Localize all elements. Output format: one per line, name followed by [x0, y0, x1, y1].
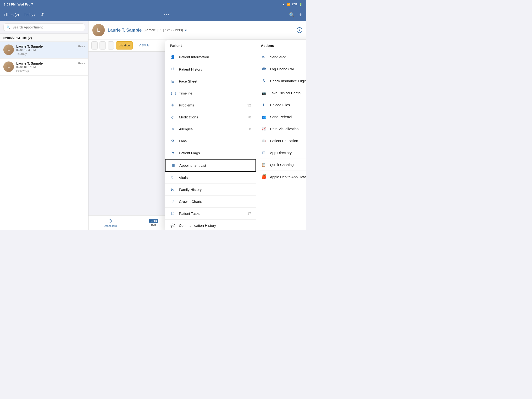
- menu-allergies[interactable]: Allergies 0: [165, 123, 256, 135]
- menu-patient-tasks[interactable]: Patient Tasks 17: [165, 208, 256, 220]
- patient-education-label: Patient Education: [270, 139, 306, 143]
- appt-badge-1: Exam: [78, 45, 85, 48]
- patient-history-label: Patient History: [179, 67, 251, 71]
- add-button[interactable]: +: [299, 12, 302, 18]
- patient-flags-label: Patient Flags: [179, 151, 251, 155]
- labs-label: Labs: [179, 139, 251, 143]
- apptlist-icon: [170, 163, 176, 168]
- menu-quick-charting[interactable]: Quick Charting: [256, 159, 306, 171]
- appointment-item-1[interactable]: L Laurie T. Sample Exam 02/06 12:30PM Th…: [0, 42, 88, 59]
- dot-2: [166, 14, 167, 15]
- menu-send-referral[interactable]: Send Referral: [256, 111, 306, 123]
- allergies-label: Allergies: [179, 127, 246, 131]
- search-input-wrap[interactable]: 🔍: [3, 23, 85, 31]
- menu-take-clinical-photo[interactable]: Take Clinical Photo: [256, 87, 306, 99]
- menu-appointment-list[interactable]: Appointment List: [165, 159, 256, 172]
- menu-labs[interactable]: Labs: [165, 135, 256, 147]
- battery: 97%: [291, 3, 297, 6]
- history-icon: [170, 66, 176, 72]
- menu-vitals[interactable]: Vitals: [165, 172, 256, 184]
- avatar-placeholder-1: L: [3, 44, 14, 55]
- allergies-icon: [170, 127, 176, 132]
- actions-col-header: Actions: [256, 40, 306, 51]
- nav-bar-center: [164, 14, 169, 15]
- vitals-label: Vitals: [179, 176, 251, 180]
- timeline-icon: [170, 91, 176, 96]
- menu-face-sheet[interactable]: Face Sheet: [165, 75, 256, 87]
- phone-icon: [261, 66, 267, 71]
- erx-icon: [261, 55, 267, 60]
- nav-dots: [164, 14, 169, 15]
- patient-column: Patient Information Patient History Face…: [165, 51, 256, 230]
- dropdown-menu: Patient Actions Patient Information Pati…: [165, 40, 306, 230]
- menu-growth-charts[interactable]: Growth Charts: [165, 196, 256, 208]
- send-referral-label: Send Referral: [270, 115, 306, 119]
- camera-icon: [261, 90, 267, 95]
- menu-patient-flags[interactable]: Patient Flags: [165, 147, 256, 159]
- menu-patient-history[interactable]: Patient History: [165, 63, 256, 75]
- wifi-icon: 📶: [287, 3, 290, 6]
- dataviz-icon: [261, 126, 267, 131]
- growth-icon: [170, 199, 176, 204]
- menu-upload-files[interactable]: Upload Files: [256, 99, 306, 111]
- menu-patient-education[interactable]: Patient Education: [256, 135, 306, 147]
- appt-name-1: Laurie T. Sample: [16, 44, 43, 48]
- appt-type-1: Therapy: [16, 52, 85, 56]
- take-clinical-photo-label: Take Clinical Photo: [270, 91, 306, 95]
- refresh-button[interactable]: ↺: [40, 12, 44, 18]
- menu-patient-information[interactable]: Patient Information: [165, 51, 256, 63]
- dot-1: [164, 14, 165, 15]
- upload-icon: [261, 102, 267, 108]
- education-icon: [261, 138, 267, 143]
- patient-col-header: Patient: [165, 40, 256, 51]
- vitals-icon: [170, 175, 176, 180]
- filters-button[interactable]: Filters (2): [4, 13, 19, 17]
- check-insurance-label: Check Insurance Eligibility: [270, 79, 306, 83]
- search-input[interactable]: [13, 25, 82, 29]
- date: Wed Feb 7: [18, 3, 33, 6]
- menu-timeline[interactable]: Timeline: [165, 87, 256, 99]
- problems-badge: 32: [247, 103, 251, 107]
- appt-time-row-1: Laurie T. Sample Exam: [16, 44, 85, 48]
- dropdown-header-row: Patient Actions: [165, 40, 306, 51]
- dropdown-body: Patient Information Patient History Face…: [165, 51, 306, 230]
- charting-icon: [261, 162, 267, 167]
- menu-app-directory[interactable]: App Directory: [256, 147, 306, 159]
- appt-info-1: Laurie T. Sample Exam 02/06 12:30PM Ther…: [16, 44, 85, 56]
- appointment-list-label: Appointment List: [179, 163, 251, 167]
- search-button[interactable]: 🔍: [289, 12, 295, 18]
- medications-badge: 70: [247, 115, 251, 119]
- menu-check-insurance[interactable]: Check Insurance Eligibility: [256, 75, 306, 87]
- menu-problems[interactable]: Problems 32: [165, 99, 256, 111]
- nav-bar-left: Filters (2) Today ↺: [4, 12, 44, 18]
- referral-icon: [261, 114, 267, 119]
- log-phone-call-label: Log Phone Call: [270, 67, 306, 71]
- menu-log-phone-call[interactable]: Log Phone Call: [256, 63, 306, 75]
- avatar-2: L: [3, 62, 14, 72]
- family-icon: [170, 187, 176, 192]
- insurance-icon: [261, 78, 267, 83]
- upload-files-label: Upload Files: [270, 103, 306, 107]
- menu-send-erx[interactable]: Send eRx: [256, 51, 306, 63]
- status-bar: 3:03 PM Wed Feb 7 ▲ 📶 97% 🔋: [0, 0, 306, 9]
- medications-label: Medications: [179, 115, 244, 119]
- allergies-badge: 0: [249, 127, 251, 131]
- menu-family-history[interactable]: Family History: [165, 184, 256, 196]
- app-directory-label: App Directory: [270, 151, 306, 155]
- battery-icon: 🔋: [299, 3, 302, 6]
- quick-charting-label: Quick Charting: [270, 163, 306, 167]
- menu-communication-history[interactable]: Communication History: [165, 220, 256, 230]
- search-icon-sm: 🔍: [6, 25, 11, 29]
- growth-charts-label: Growth Charts: [179, 200, 251, 203]
- commhist-icon: [170, 223, 176, 228]
- appointment-item-2[interactable]: L Laurie T. Sample Exam 02/06 01:15PM Fo…: [0, 59, 88, 76]
- menu-apple-health[interactable]: 🍎 Apple Health App Data NO: [256, 171, 306, 183]
- nav-bar-right: 🔍 +: [289, 12, 302, 18]
- flags-icon: [170, 151, 176, 155]
- appt-time-row-2: Laurie T. Sample Exam: [16, 62, 85, 65]
- menu-data-visualization[interactable]: Data Visualization: [256, 123, 306, 135]
- actions-column: Send eRx Log Phone Call Check Insurance …: [256, 51, 306, 230]
- family-history-label: Family History: [179, 188, 251, 192]
- menu-medications[interactable]: Medications 70: [165, 111, 256, 123]
- today-button[interactable]: Today: [24, 13, 35, 17]
